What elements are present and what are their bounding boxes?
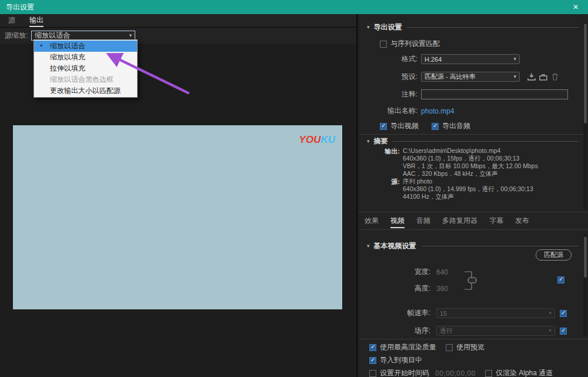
menu-item-scale-to-fill[interactable]: 缩放以填充 [34,52,137,63]
start-timecode-value[interactable]: 00;00;00;00 [435,369,476,377]
export-audio-checkbox[interactable]: ✓ [432,123,439,130]
bottom-divider [359,339,588,339]
format-label: 格式: [367,54,417,64]
height-row: 高度: 360 [367,283,448,293]
header-rule [407,27,579,28]
video-settings-scrollbar[interactable] [583,234,587,336]
export-video-checkbox[interactable]: ✓ [380,123,387,130]
youku-logo: YOUKU [299,134,335,146]
import-project-label: 导入到项目中 [380,355,422,365]
save-preset-button[interactable] [526,72,537,82]
framerate-label: 帧速率: [367,308,430,318]
format-select[interactable]: H.264 ▾ [421,54,520,64]
scrollbar-thumb[interactable] [584,24,587,124]
width-row: 宽度: 640 [367,267,448,277]
framerate-value: 15 [440,310,447,317]
menu-item-change-output-size-to-match-source[interactable]: 更改输出大小以匹配源 [34,85,137,96]
match-sequence-label: 与序列设置匹配 [390,39,440,49]
preset-label: 预设: [367,72,417,82]
summary-output-block: 输出: C:\Users\admin\Desktop\photo.mp4 640… [367,147,538,178]
width-height-lock-checkbox[interactable]: ✓ [557,276,564,283]
comment-label: 注释: [367,89,417,99]
menu-item-scale-to-fit-black-borders[interactable]: 缩放以适合黑色边框 [34,74,137,85]
field-order-match-checkbox[interactable]: ✓ [560,328,567,335]
summary-line: 序列 photo [403,178,533,185]
output-name-link[interactable]: photo.mp4 [421,107,455,115]
section-divider [359,134,588,135]
tab-source[interactable]: 源 [8,14,15,27]
width-value[interactable]: 640 [436,268,448,276]
summary-line: 640x360 (1.0)，14.999 fps，逐行，00;06;30;13 [403,185,533,193]
section-divider [359,212,588,212]
import-preset-button[interactable] [537,72,549,82]
import-project-row: ✓ 导入到项目中 [369,355,422,365]
section-divider [359,229,588,230]
close-icon: ✕ [573,3,579,11]
field-order-select[interactable]: 逐行 ▾ [436,326,555,336]
summary-source-lines: 序列 photo 640x360 (1.0)，14.999 fps，逐行，00;… [403,178,533,201]
export-audio-label: 导出音频 [442,121,470,131]
preset-select[interactable]: 匹配源 - 高比特率 ▾ [421,72,520,82]
max-render-quality-checkbox[interactable]: ✓ [369,344,376,351]
framerate-select[interactable]: 15 ▾ [436,308,555,318]
menu-item-label: 更改输出大小以匹配源 [50,86,121,95]
save-preset-icon [527,73,536,81]
menu-item-scale-to-fit[interactable]: • 缩放以适合 [34,41,137,52]
height-value[interactable]: 360 [436,285,448,293]
render-quality-row: ✓ 使用最高渲染质量 使用预览 [369,342,485,352]
framerate-row: 帧速率: 15 ▾ ✓ [367,308,567,318]
export-settings-title: 导出设置 [374,22,402,32]
scrollbar-thumb[interactable] [584,236,587,278]
tab-video[interactable]: 视频 [390,215,405,228]
framerate-match-checkbox[interactable]: ✓ [560,310,567,317]
summary-line: 640x360 (1.0)，15fps，逐行，00;06;30;13 [403,155,538,162]
tab-publish[interactable]: 发布 [515,215,529,228]
set-start-timecode-checkbox[interactable] [369,370,376,377]
chevron-down-icon: ▾ [549,328,552,333]
collapse-triangle-icon[interactable]: ▾ [367,138,370,144]
check-icon: ✓ [433,122,437,129]
menu-item-stretch-to-fill[interactable]: 拉伸以填充 [34,63,137,74]
tab-captions[interactable]: 字幕 [489,215,503,228]
import-project-checkbox[interactable]: ✓ [369,357,376,364]
summary-output-lines: C:\Users\admin\Desktop\photo.mp4 640x360… [403,147,538,178]
field-order-label: 场序: [367,326,430,336]
output-name-row: 输出名称: photo.mp4 [367,106,455,116]
summary-line: C:\Users\admin\Desktop\photo.mp4 [403,147,538,155]
collapse-triangle-icon[interactable]: ▾ [367,243,370,249]
youku-logo-you: YOU [299,134,321,145]
menu-item-label: 拉伸以填充 [50,64,85,72]
check-icon: ✓ [370,343,375,350]
chevron-down-icon: ▾ [513,74,516,79]
field-order-row: 场序: 逐行 ▾ ✓ [367,326,567,336]
tab-effects[interactable]: 效果 [365,215,379,228]
export-settings-scrollbar[interactable] [583,22,587,209]
max-render-quality-label: 使用最高渲染质量 [380,342,436,352]
match-source-button[interactable]: 匹配源 [536,249,572,261]
match-sequence-checkbox[interactable] [380,41,387,48]
delete-preset-button[interactable] [549,72,561,82]
use-previews-checkbox[interactable] [446,344,453,351]
comment-input[interactable] [421,89,568,99]
import-preset-icon [539,74,547,81]
alpha-only-checkbox[interactable] [485,370,492,377]
header-rule [421,246,579,246]
close-button[interactable]: ✕ [569,3,582,11]
check-icon: ✓ [370,356,375,363]
output-name-label: 输出名称: [367,106,417,116]
tab-multiplexer[interactable]: 多路复用器 [442,215,477,228]
tab-output[interactable]: 输出 [29,14,44,27]
alpha-only-label: 仅渲染 Alpha 通道 [496,368,553,377]
preview-area: YOUKU [13,125,342,309]
export-toggles-row: ✓ 导出视频 ✓ 导出音频 [380,121,470,131]
header-rule [393,141,579,142]
tab-audio[interactable]: 音频 [416,215,430,228]
youku-logo-ku: KU [320,134,335,145]
timecode-row: 设置开始时间码 00;00;00;00 仅渲染 Alpha 通道 [369,368,553,377]
preset-value: 匹配源 - 高比特率 [425,72,476,81]
collapse-triangle-icon[interactable]: ▾ [367,24,370,30]
summary-line: VBR，1 次，目标 10.00 Mbps，最大 12.00 Mbps [403,162,538,170]
summary-source-label: 源: [367,178,400,186]
export-video-label: 导出视频 [390,121,419,131]
basic-video-settings-title: 基本视频设置 [374,241,416,251]
